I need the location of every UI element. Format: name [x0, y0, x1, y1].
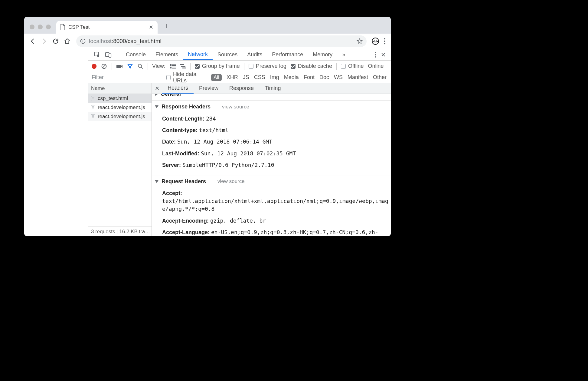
devtools-panel: ConsoleElementsNetworkSourcesAuditsPerfo… [88, 49, 391, 236]
filter-type-img[interactable]: Img [270, 74, 279, 81]
inspect-element-icon[interactable] [94, 51, 101, 58]
offline-checkbox[interactable]: Offline [341, 63, 364, 69]
devtools-tab-sources[interactable]: Sources [213, 49, 242, 60]
browser-tab[interactable]: CSP Test ✕ [56, 21, 158, 34]
filter-type-css[interactable]: CSS [254, 74, 265, 81]
clear-button[interactable] [101, 63, 107, 70]
devtools-tab-elements[interactable]: Elements [151, 49, 183, 60]
bookmark-star-icon[interactable] [356, 38, 363, 45]
request-name: react.development.js [98, 114, 145, 120]
devtools-tab-audits[interactable]: Audits [242, 49, 267, 60]
svg-point-8 [384, 43, 385, 44]
preserve-log-checkbox[interactable]: Preserve log [249, 63, 286, 69]
header-key: Content-type: [162, 127, 199, 133]
address-bar[interactable]: localhost:8000/csp_test.html [76, 35, 367, 47]
svg-rect-28 [182, 68, 186, 68]
detail-pane: ✕ HeadersPreviewResponseTiming General [152, 83, 391, 236]
svg-rect-26 [180, 64, 184, 65]
device-toolbar-icon[interactable] [105, 51, 112, 58]
detail-tab-headers[interactable]: Headers [162, 83, 194, 94]
detail-tab-preview[interactable]: Preview [194, 83, 224, 94]
request-name: react.development.js [98, 104, 145, 111]
svg-rect-20 [170, 64, 172, 66]
detail-tab-response[interactable]: Response [224, 83, 259, 94]
header-key: Accept: [162, 190, 182, 196]
svg-point-6 [384, 38, 385, 39]
devtools-tab-memory[interactable]: Memory [308, 49, 337, 60]
header-value: text/html [199, 127, 229, 133]
hide-data-urls-checkbox[interactable]: Hide data URLs [166, 71, 206, 84]
filter-type-media[interactable]: Media [284, 74, 299, 81]
svg-point-13 [375, 54, 376, 55]
request-list-footer: 3 requests | 16.2 KB tra… [88, 227, 152, 236]
devtools-menu-icon[interactable] [375, 52, 377, 58]
devtools-overflow[interactable]: » [337, 49, 350, 60]
filter-type-font[interactable]: Font [304, 74, 315, 81]
header-row: Server: SimpleHTTP/0.6 Python/2.7.10 [162, 159, 391, 171]
waterfall-icon[interactable] [180, 64, 186, 69]
request-list-header: Name [88, 83, 152, 94]
devtools-tab-console[interactable]: Console [121, 49, 151, 60]
disclosure-triangle-icon [155, 180, 158, 183]
view-source-link[interactable]: view source [222, 104, 249, 110]
section-general[interactable]: General [152, 94, 391, 100]
chrome-menu-icon[interactable] [384, 38, 386, 45]
header-row: Date: Sun, 12 Aug 2018 07:06:14 GMT [162, 136, 391, 147]
svg-point-18 [138, 64, 142, 67]
new-tab-button[interactable]: ＋ [163, 21, 170, 31]
large-rows-icon[interactable] [170, 64, 176, 69]
devtools-tab-performance[interactable]: Performance [267, 49, 308, 60]
back-button[interactable] [28, 37, 37, 45]
svg-rect-24 [172, 67, 176, 67]
page-icon [60, 24, 65, 30]
filter-type-xhr[interactable]: XHR [227, 74, 238, 81]
forward-button[interactable] [40, 37, 48, 45]
detail-close-icon[interactable]: ✕ [152, 83, 162, 94]
search-icon[interactable] [137, 63, 143, 69]
filter-icon[interactable] [127, 63, 133, 69]
traffic-max-icon[interactable] [46, 25, 51, 29]
filter-type-ws[interactable]: WS [334, 74, 343, 81]
network-body: Name csp_test.htmlreact.development.jsre… [88, 83, 391, 236]
devtools-tab-network[interactable]: Network [183, 49, 213, 60]
svg-line-19 [141, 67, 143, 68]
header-value: Sun, 12 Aug 2018 07:06:14 GMT [177, 138, 272, 145]
filter-type-js[interactable]: JS [243, 74, 249, 81]
header-value: text/html,application/xhtml+xml,applicat… [162, 198, 388, 212]
record-button[interactable] [92, 64, 96, 69]
tab-close-icon[interactable]: ✕ [149, 24, 153, 31]
section-request-headers[interactable]: Request Headers view source [152, 175, 391, 188]
site-info-icon[interactable] [80, 38, 86, 44]
svg-rect-21 [172, 64, 176, 65]
disable-cache-checkbox[interactable]: Disable cache [291, 63, 332, 69]
capture-screenshot-icon[interactable] [116, 64, 123, 69]
group-by-frame-checkbox[interactable]: Group by frame [195, 63, 240, 69]
request-row[interactable]: react.development.js [88, 103, 152, 112]
request-row[interactable]: csp_test.html [88, 94, 152, 103]
request-row[interactable]: react.development.js [88, 112, 152, 121]
filter-type-doc[interactable]: Doc [319, 74, 329, 81]
filter-input[interactable] [88, 72, 162, 83]
online-select[interactable]: Online [368, 63, 384, 69]
traffic-close-icon[interactable] [30, 25, 34, 29]
svg-rect-27 [181, 66, 185, 67]
detail-tab-timing[interactable]: Timing [259, 83, 286, 94]
svg-point-12 [375, 52, 376, 53]
header-row: Accept: text/html,application/xhtml+xml,… [162, 188, 391, 215]
section-response-headers[interactable]: Response Headers view source [152, 101, 391, 113]
home-button[interactable] [63, 37, 71, 45]
header-row: Accept-Language: en-US,en;q=0.9,zh;q=0.8… [162, 227, 391, 236]
view-source-link[interactable]: view source [217, 178, 245, 184]
reload-button[interactable] [51, 37, 60, 45]
header-row: Content-type: text/html [162, 124, 391, 136]
detail-scroll[interactable]: General Response Headers view source Con… [152, 94, 391, 236]
filter-type-manifest[interactable]: Manifest [348, 74, 368, 81]
devtools-close-icon[interactable]: ✕ [381, 51, 386, 58]
filter-type-other[interactable]: Other [373, 74, 387, 81]
svg-rect-25 [172, 68, 176, 68]
profile-avatar-icon[interactable] [371, 37, 379, 45]
svg-point-5 [376, 41, 377, 41]
filter-type-all[interactable]: All [211, 74, 222, 81]
traffic-min-icon[interactable] [38, 25, 43, 29]
header-key: Date: [162, 139, 177, 145]
